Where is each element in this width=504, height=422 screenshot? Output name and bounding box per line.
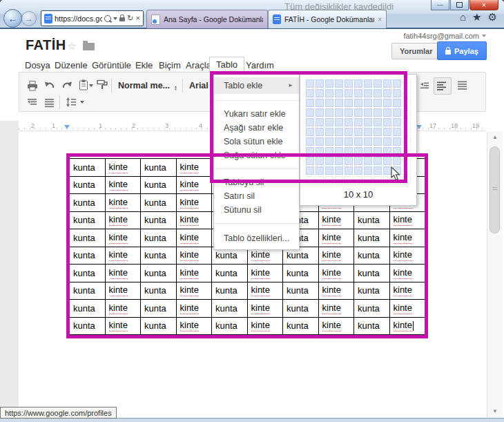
paste-clipboard-icon[interactable]	[77, 79, 90, 91]
close-button[interactable]: ×	[469, 0, 498, 10]
page-margin-strip	[0, 121, 19, 418]
print-icon[interactable]	[26, 79, 39, 92]
styles-value: Normal me...	[118, 81, 170, 90]
indent-decrease-icon[interactable]	[26, 96, 39, 108]
menubar-item-dosya[interactable]: Dosya	[25, 60, 50, 70]
chevron-down-icon[interactable]	[80, 101, 84, 104]
account-email: fatih44srg@gmail.com	[403, 32, 479, 40]
left-margin-marker[interactable]	[64, 125, 70, 129]
chevron-down-icon[interactable]	[89, 84, 93, 87]
undo-icon[interactable]	[43, 79, 56, 92]
scroll-down-icon[interactable]: ▼	[487, 408, 503, 414]
ruler-number: 2	[31, 122, 35, 129]
maximize-button[interactable]	[450, 0, 469, 10]
mouse-cursor-icon	[391, 166, 402, 182]
tab-label: Ana Sayfa - Google Dokümanlar	[164, 15, 263, 23]
vertical-scrollbar[interactable]: ▲ ▼	[487, 131, 503, 417]
menubar-item-yardım[interactable]: Yardım	[246, 60, 274, 70]
redo-icon[interactable]	[61, 79, 73, 92]
toolbar-separator	[59, 95, 60, 109]
menubar-item-biçim[interactable]: Biçim	[159, 60, 181, 70]
browser-window: — × ← → https://docs.goo... ↻ × Ana Sayf…	[0, 0, 504, 422]
toolbar-separator	[182, 79, 183, 93]
menubar-item-tablo[interactable]: Tablo	[209, 57, 244, 73]
account-menu[interactable]: fatih44srg@gmail.com	[403, 32, 486, 40]
ruler-number: 18	[451, 122, 458, 129]
line-spacing-icon[interactable]	[65, 96, 77, 108]
list-icon[interactable]	[418, 79, 431, 92]
paint-format-icon[interactable]	[96, 79, 108, 91]
ruler-number: 1	[52, 122, 55, 129]
styles-dropdown[interactable]: Normal me...▲▼	[118, 81, 177, 90]
favorites-star-icon[interactable]: ★	[472, 12, 481, 22]
browser-chrome: — × ← → https://docs.goo... ↻ × Ana Sayf…	[0, 0, 504, 29]
annotation-box-table	[66, 153, 428, 338]
ruler-number: 17	[429, 122, 436, 129]
lock-icon	[445, 50, 451, 55]
home-icon[interactable]: ⌂	[460, 12, 466, 22]
align-left-icon	[436, 79, 448, 92]
back-button[interactable]: ←	[3, 9, 22, 28]
lock-icon	[119, 17, 125, 21]
right-margin-marker[interactable]	[416, 125, 422, 129]
status-link-tooltip: https://www.google.com/profiles	[0, 407, 117, 419]
tab-close-icon[interactable]: ×	[378, 16, 382, 23]
ruler-number: 2	[132, 122, 135, 129]
document-title[interactable]: FATİH	[26, 37, 66, 53]
toolbar-separator	[111, 79, 112, 93]
ruler-number: 19	[472, 122, 479, 129]
settings-gear-icon[interactable]: ⚙	[488, 12, 497, 22]
align-justify-icon[interactable]	[456, 79, 469, 91]
minimize-button[interactable]: —	[431, 0, 449, 10]
window-controls: — ×	[430, 0, 498, 10]
home-page-favicon-icon	[151, 15, 160, 25]
comments-button[interactable]: Yorumlar	[391, 43, 440, 59]
indent-increase-icon[interactable]	[43, 96, 56, 108]
share-label: Paylaş	[454, 47, 478, 55]
menubar-item-görüntüle[interactable]: Görüntüle	[92, 60, 131, 70]
docs-favicon-icon	[44, 14, 52, 23]
ruler-number: 4	[199, 122, 202, 129]
maximize-icon	[456, 2, 463, 8]
docs-favicon-icon	[273, 15, 281, 24]
menu-bar: DosyaDüzenleGörüntüleEkleBiçimAraçlarTab…	[0, 59, 504, 73]
folder-icon[interactable]	[83, 43, 95, 50]
refresh-icon[interactable]: ↻	[127, 15, 133, 22]
tab-ana-sayfa[interactable]: Ana Sayfa - Google Dokümanlar	[146, 10, 268, 28]
ruler-number: 3	[165, 122, 168, 129]
menubar-item-düzenle[interactable]: Düzenle	[55, 60, 88, 70]
thumb-grip-icon	[492, 187, 497, 191]
tab-fatih[interactable]: FATİH - Google Dokümanlar ×	[268, 10, 387, 28]
forward-button[interactable]: →	[21, 11, 37, 26]
chevron-down-icon[interactable]	[113, 17, 117, 20]
ruler-number: 1	[99, 122, 102, 129]
address-bar[interactable]: https://docs.goo... ↻ ×	[41, 10, 144, 26]
url-text[interactable]: https://docs.goo...	[55, 15, 102, 23]
search-icon[interactable]	[104, 15, 111, 22]
scroll-up-icon[interactable]: ▲	[487, 134, 503, 140]
align-left-button[interactable]	[434, 77, 452, 95]
menubar-item-ekle[interactable]: Ekle	[135, 60, 153, 70]
star-document-icon[interactable]: ☆	[67, 40, 76, 52]
tab-label: FATİH - Google Dokümanlar	[284, 15, 374, 23]
chevron-down-icon	[482, 35, 486, 37]
font-dropdown[interactable]: Arial	[189, 81, 209, 90]
stop-icon[interactable]: ×	[136, 15, 140, 22]
share-button[interactable]: Paylaş	[437, 41, 487, 60]
scrollbar-thumb[interactable]	[490, 146, 500, 233]
